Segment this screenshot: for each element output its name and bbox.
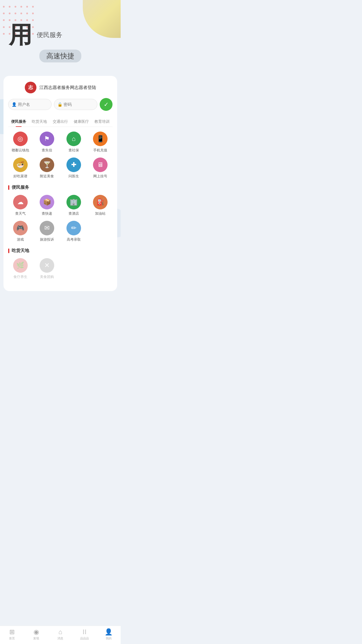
service-label-查快递: 查快递 [42, 211, 52, 216]
service-label-问医生: 问医生 [68, 174, 79, 179]
service-icon-网上挂号: 🖥 [93, 158, 108, 172]
login-logo-text: 志 [28, 85, 33, 91]
service-label-查失信: 查失信 [42, 148, 52, 153]
login-button[interactable]: ✓ [100, 98, 113, 111]
service-label-美食团购: 美食团购 [40, 274, 54, 279]
service-icon-查快递: 📦 [40, 195, 54, 209]
service-item-查快递[interactable]: 📦查快递 [35, 195, 59, 216]
service-icon-查失信: ⚑ [40, 132, 54, 146]
service-label-赣鄱云钱包: 赣鄱云钱包 [12, 148, 29, 153]
hero-section: 用 便民服务 高速快捷 [0, 0, 121, 71]
service-label-查社保: 查社保 [68, 148, 79, 153]
service-label-查酒店: 查酒店 [68, 211, 79, 216]
login-title: 江西志愿者服务网志愿者登陆 [39, 85, 96, 90]
main-card: 志 江西志愿者服务网志愿者登陆 👤 🔒 ✓ 便民服务 吃货天地 交通出行 健康医… [3, 76, 117, 291]
section2-title: 吃货天地 [8, 248, 113, 253]
tab-健康医疗[interactable]: 健康医疗 [71, 117, 92, 127]
tab-吃货天地[interactable]: 吃货天地 [29, 117, 50, 127]
service-label-旅游投诉: 旅游投诉 [40, 237, 54, 242]
service-item-食疗养生[interactable]: 🌿食疗养生 [8, 258, 33, 279]
service-label-网上挂号: 网上挂号 [93, 174, 107, 179]
service-item-问医生[interactable]: ✚问医生 [61, 158, 86, 179]
service-item-网上挂号[interactable]: 🖥网上挂号 [88, 158, 113, 179]
service-label-查天气: 查天气 [15, 211, 26, 216]
service-label-好吃菜谱: 好吃菜谱 [13, 174, 27, 179]
hero-sub1: 便民服务 [37, 31, 62, 39]
service-item-游戏[interactable]: 🎮游戏 [8, 221, 33, 242]
service-item-附近美食[interactable]: 🍸附近美食 [35, 158, 59, 179]
service-item-赣鄱云钱包[interactable]: ◎赣鄱云钱包 [8, 132, 33, 153]
service-item-查酒店[interactable]: 🏢查酒店 [61, 195, 86, 216]
password-wrapper: 🔒 [54, 99, 97, 110]
service-icon-手机充值: 📱 [93, 132, 108, 146]
service-item-好吃菜谱[interactable]: 🍜好吃菜谱 [8, 158, 33, 179]
login-logo: 志 [25, 82, 36, 93]
service-tabs: 便民服务 吃货天地 交通出行 健康医疗 教育培训 [8, 117, 113, 127]
service-icon-高考录取: ✏ [66, 221, 81, 235]
service-icon-旅游投诉: ✉ [40, 221, 54, 235]
service-label-高考录取: 高考录取 [67, 237, 81, 242]
section2-grid: 🌿食疗养生✕美食团购 [8, 258, 113, 279]
service-icon-赣鄱云钱包: ◎ [13, 132, 28, 146]
service-item-查社保[interactable]: ⌂查社保 [61, 132, 86, 153]
section1-title: 便民服务 [8, 185, 113, 190]
tab-教育培训[interactable]: 教育培训 [92, 117, 113, 127]
service-label-手机充值: 手机充值 [93, 148, 107, 153]
service-item-美食团购[interactable]: ✕美食团购 [35, 258, 59, 279]
service-item-查天气[interactable]: ☁查天气 [8, 195, 33, 216]
service-item-手机充值[interactable]: 📱手机充值 [88, 132, 113, 153]
service-item-高考录取[interactable]: ✏高考录取 [61, 221, 86, 242]
user-icon: 👤 [12, 102, 17, 107]
service-icon-好吃菜谱: 🍜 [13, 158, 28, 172]
service-icon-附近美食: 🍸 [40, 158, 54, 172]
service-label-加油站: 加油站 [95, 211, 106, 216]
service-icon-问医生: ✚ [66, 158, 81, 172]
service-icon-美食团购: ✕ [40, 258, 54, 273]
service-label-食疗养生: 食疗养生 [13, 274, 27, 279]
lock-icon: 🔒 [57, 102, 62, 107]
service-icon-加油站: ⛽ [93, 195, 108, 209]
service-label-附近美食: 附近美食 [40, 174, 54, 179]
service-icon-游戏: 🎮 [13, 221, 28, 235]
quick-services-grid: ◎赣鄱云钱包⚑查失信⌂查社保📱手机充值🍜好吃菜谱🍸附近美食✚问医生🖥网上挂号 [8, 132, 113, 179]
service-icon-查酒店: 🏢 [66, 195, 81, 209]
login-fields: 👤 🔒 ✓ [8, 98, 113, 111]
service-item-旅游投诉[interactable]: ✉旅游投诉 [35, 221, 59, 242]
service-icon-食疗养生: 🌿 [13, 258, 28, 273]
username-wrapper: 👤 [8, 99, 52, 110]
section1-grid: ☁查天气📦查快递🏢查酒店⛽加油站🎮游戏✉旅游投诉✏高考录取 [8, 195, 113, 242]
hero-sub2: 高速快捷 [39, 50, 81, 62]
service-label-游戏: 游戏 [17, 237, 24, 242]
tab-便民服务[interactable]: 便民服务 [8, 117, 29, 127]
hero-char: 用 [9, 23, 32, 47]
tab-交通出行[interactable]: 交通出行 [50, 117, 71, 127]
service-icon-查天气: ☁ [13, 195, 28, 209]
service-icon-查社保: ⌂ [66, 132, 81, 146]
service-item-加油站[interactable]: ⛽加油站 [88, 195, 113, 216]
service-item-查失信[interactable]: ⚑查失信 [35, 132, 59, 153]
login-header: 志 江西志愿者服务网志愿者登陆 [8, 82, 113, 93]
